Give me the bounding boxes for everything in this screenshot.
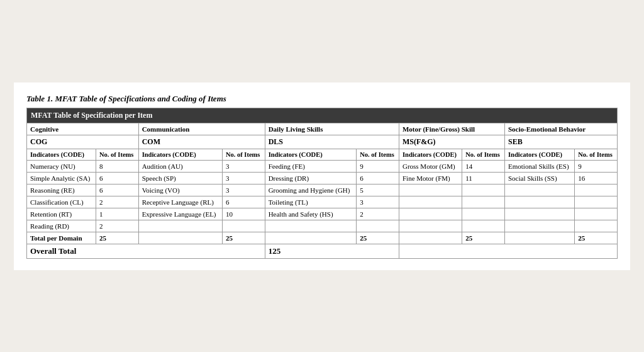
cog-no-2: 6 — [96, 184, 138, 196]
table-row: Retention (RT) 1 Expressive Language (EL… — [27, 208, 618, 220]
mot-no-0: 14 — [462, 160, 505, 172]
table-row: Reading (RD) 2 — [27, 220, 618, 232]
sub-mot-ind: Indicators (CODE) — [399, 149, 462, 160]
com-ind-5 — [138, 220, 222, 232]
total-seb-empty — [505, 232, 575, 244]
mfat-table: MFAT Table of Specification per Item Cog… — [26, 108, 618, 259]
col-header-motor: Motor (Fine/Gross) Skill — [399, 123, 504, 135]
seb-ind-1: Social Skills (SS) — [505, 172, 575, 184]
table-row: Simple Analytic (SA) 6 Speech (SP) 3 Dre… — [27, 172, 618, 184]
mot-ind-0: Gross Motor (GM) — [399, 160, 462, 172]
overall-row: Overall Total 125 — [27, 244, 618, 258]
seb-ind-2 — [505, 184, 575, 196]
total-row: Total per Domain 25 25 25 25 25 — [27, 232, 618, 244]
dls-ind-5 — [265, 220, 357, 232]
total-com-empty — [138, 232, 222, 244]
seb-ind-0: Emotional Skills (ES) — [505, 160, 575, 172]
seb-no-2 — [575, 184, 618, 196]
abbrev-dls: DLS — [265, 135, 399, 149]
mot-no-4 — [462, 208, 505, 220]
abbrev-mot: MS(F&G) — [399, 135, 504, 149]
dls-ind-4: Health and Safety (HS) — [265, 208, 357, 220]
com-no-5 — [222, 220, 265, 232]
sub-dls-no: No. of Items — [357, 149, 399, 160]
mot-no-1: 11 — [462, 172, 505, 184]
dls-no-3: 3 — [357, 196, 399, 208]
sub-com-ind: Indicators (CODE) — [138, 149, 222, 160]
total-dls-empty — [265, 232, 357, 244]
sub-seb-no: No. of Items — [575, 149, 618, 160]
com-no-2: 3 — [222, 184, 265, 196]
dls-ind-1: Dressing (DR) — [265, 172, 357, 184]
dls-no-4: 2 — [357, 208, 399, 220]
seb-no-1: 16 — [575, 172, 618, 184]
sub-cog-no: No. of Items — [96, 149, 138, 160]
mot-ind-1: Fine Motor (FM) — [399, 172, 462, 184]
abbrev-com: COM — [138, 135, 265, 149]
sub-dls-ind: Indicators (CODE) — [265, 149, 357, 160]
mot-no-3 — [462, 196, 505, 208]
cog-no-5: 2 — [96, 220, 138, 232]
total-com: 25 — [222, 232, 265, 244]
com-no-4: 10 — [222, 208, 265, 220]
col-header-seb: Socio-Emotional Behavior — [505, 123, 618, 135]
overall-value: 125 — [265, 244, 399, 258]
table-row: Classification (CL) 2 Receptive Language… — [27, 196, 618, 208]
mot-ind-3 — [399, 196, 462, 208]
table-header: MFAT Table of Specification per Item — [27, 108, 618, 123]
mot-no-5 — [462, 220, 505, 232]
sub-seb-ind: Indicators (CODE) — [505, 149, 575, 160]
cog-ind-2: Reasoning (RE) — [27, 184, 96, 196]
cog-ind-1: Simple Analytic (SA) — [27, 172, 96, 184]
total-seb: 25 — [575, 232, 618, 244]
seb-no-4 — [575, 208, 618, 220]
seb-no-3 — [575, 196, 618, 208]
cog-ind-0: Numeracy (NU) — [27, 160, 96, 172]
dls-no-1: 6 — [357, 172, 399, 184]
overall-empty — [399, 244, 617, 258]
table-row: Reasoning (RE) 6 Voicing (VO) 3 Grooming… — [27, 184, 618, 196]
com-ind-2: Voicing (VO) — [138, 184, 222, 196]
overall-label: Overall Total — [27, 244, 265, 258]
abbrev-cog: COG — [27, 135, 139, 149]
cog-ind-5: Reading (RD) — [27, 220, 96, 232]
page-wrapper: Table 1. MFAT Table of Specifications an… — [14, 82, 630, 270]
sub-com-no: No. of Items — [222, 149, 265, 160]
mot-ind-2 — [399, 184, 462, 196]
dls-no-2: 5 — [357, 184, 399, 196]
com-no-1: 3 — [222, 172, 265, 184]
abbrev-seb: SEB — [505, 135, 618, 149]
dls-no-5 — [357, 220, 399, 232]
seb-no-0: 9 — [575, 160, 618, 172]
total-dls: 25 — [357, 232, 399, 244]
mot-ind-4 — [399, 208, 462, 220]
seb-ind-3 — [505, 196, 575, 208]
dls-ind-3: Toileting (TL) — [265, 196, 357, 208]
dls-ind-0: Feeding (FE) — [265, 160, 357, 172]
cog-no-4: 1 — [96, 208, 138, 220]
cog-no-3: 2 — [96, 196, 138, 208]
cog-ind-3: Classification (CL) — [27, 196, 96, 208]
seb-ind-4 — [505, 208, 575, 220]
col-header-cognitive: Cognitive — [27, 123, 139, 135]
com-ind-0: Audition (AU) — [138, 160, 222, 172]
sub-cog-ind: Indicators (CODE) — [27, 149, 96, 160]
com-no-0: 3 — [222, 160, 265, 172]
mot-ind-5 — [399, 220, 462, 232]
table-row: Numeracy (NU) 8 Audition (AU) 3 Feeding … — [27, 160, 618, 172]
cog-ind-4: Retention (RT) — [27, 208, 96, 220]
total-mot-empty — [399, 232, 462, 244]
sub-mot-no: No. of Items — [462, 149, 505, 160]
com-ind-3: Receptive Language (RL) — [138, 196, 222, 208]
seb-ind-5 — [505, 220, 575, 232]
com-ind-4: Expressive Language (EL) — [138, 208, 222, 220]
com-ind-1: Speech (SP) — [138, 172, 222, 184]
total-mot: 25 — [462, 232, 505, 244]
cog-no-1: 6 — [96, 172, 138, 184]
col-header-dls: Daily Living Skills — [265, 123, 399, 135]
dls-ind-2: Grooming and Hygiene (GH) — [265, 184, 357, 196]
total-cog: 25 — [96, 232, 138, 244]
com-no-3: 6 — [222, 196, 265, 208]
dls-no-0: 9 — [357, 160, 399, 172]
cog-no-0: 8 — [96, 160, 138, 172]
